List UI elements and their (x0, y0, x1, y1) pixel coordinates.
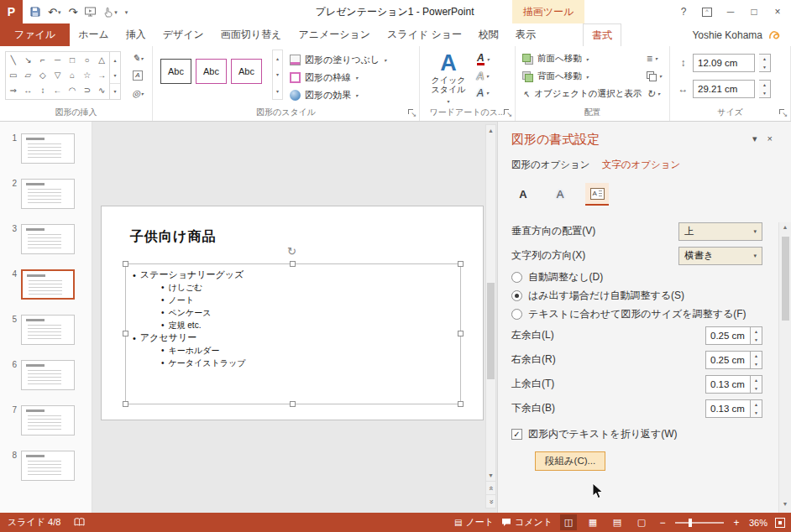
undo-button[interactable]: ↶▾ (48, 7, 60, 18)
selection-pane-button[interactable]: ↖オブジェクトの選択と表示 (522, 86, 642, 102)
spin-up-button[interactable]: ▲ (751, 376, 762, 384)
group-objects-button[interactable]: ▾ (647, 69, 662, 83)
slide-thumbnail[interactable]: 5 (8, 315, 92, 345)
rotation-handle[interactable]: ↻ (287, 245, 296, 258)
tab-home[interactable]: ホーム (70, 23, 118, 46)
zoom-in-button[interactable]: + (731, 517, 741, 529)
spin-up-button[interactable]: ▲ (751, 352, 762, 360)
bring-forward-button[interactable]: 前面へ移動▾ (522, 51, 642, 66)
slide-title[interactable]: 子供向け商品 (130, 228, 216, 246)
chevron-down-icon[interactable]: ▾ (58, 9, 61, 15)
shape-icon[interactable]: ▭ (6, 67, 21, 82)
shape-icon[interactable]: ↕ (35, 82, 50, 97)
width-spin-up-button[interactable]: ▲ (759, 81, 770, 89)
slide-indicator[interactable]: スライド 4/8 (8, 516, 60, 529)
shape-icon[interactable]: ↘ (21, 52, 36, 67)
slide-sorter-button[interactable]: ▦ (584, 514, 601, 530)
radio-resize-shape-to-fit[interactable]: テキストに合わせて図形のサイズを調整する(F) (511, 305, 762, 323)
shape-style-preset[interactable]: Abc (231, 59, 262, 84)
pane-scroll-up-button[interactable]: ▲ (783, 224, 788, 234)
spin-up-button[interactable]: ▲ (751, 327, 762, 336)
maximize-button[interactable]: □ (742, 2, 766, 22)
align-button[interactable]: ≡▾ (647, 51, 662, 65)
tab-format[interactable]: 書式 (583, 23, 621, 46)
touch-mode-button[interactable]: ▾ (103, 7, 118, 18)
styles-more-button[interactable]: ▾ (273, 83, 282, 99)
resize-handle[interactable] (123, 331, 128, 336)
tab-view[interactable]: 表示 (507, 23, 544, 46)
resize-handle[interactable] (290, 401, 296, 407)
shape-icon[interactable]: ─ (50, 52, 65, 67)
merge-shapes-button[interactable]: ◎▾ (126, 86, 149, 101)
spin-down-button[interactable]: ▼ (751, 360, 762, 368)
powerpoint-logo-icon[interactable]: P (0, 0, 23, 23)
shapes-gallery[interactable]: ╲ ↘ ⌐ ─ □ ○ △ ▭ ▱ ◇ ▽ ⌂ ☆ → ⇒ ↔ ↕ (5, 51, 121, 100)
selected-text-box[interactable]: ↻ ステーショナリーグッズ けしごむ ノート ペンケース 定規 etc. アクセ… (125, 263, 461, 404)
wrap-text-checkbox[interactable]: ✓ 図形内でテキストを折り返す(W) (511, 422, 762, 446)
edit-shape-button[interactable]: ✎▾ (126, 50, 149, 65)
pane-scrollbar[interactable]: ▲ ▼ (778, 222, 791, 513)
resize-handle[interactable] (290, 261, 296, 267)
tab-transitions[interactable]: 画面切り替え (212, 23, 291, 46)
save-button[interactable] (30, 7, 40, 17)
redo-button[interactable]: ↷ (68, 7, 77, 18)
resize-handle[interactable] (123, 401, 128, 407)
resize-handle[interactable] (458, 331, 464, 336)
notes-button[interactable]: ▤ノート (454, 516, 494, 529)
shape-icon[interactable]: ╲ (6, 52, 21, 67)
shape-icon[interactable]: ◠ (65, 82, 80, 97)
text-box-button[interactable]: A (126, 68, 149, 83)
gallery-scroll-down-button[interactable]: ▾ (110, 67, 120, 82)
pane-scroll-down-button[interactable]: ▼ (783, 501, 788, 511)
scrollbar-track[interactable] (486, 136, 495, 470)
radio-shrink-on-overflow[interactable]: はみ出す場合だけ自動調整する(S) (511, 286, 762, 305)
shape-icon[interactable]: ⇒ (6, 82, 21, 97)
shape-width-input[interactable]: 29.21 cm (693, 80, 755, 98)
tab-slideshow[interactable]: スライド ショー (379, 23, 470, 46)
resize-handle[interactable] (458, 261, 464, 267)
zoom-level[interactable]: 36% (749, 518, 767, 528)
left-margin-input[interactable]: 0.25 cm (705, 326, 751, 345)
scroll-down-button[interactable]: ▼ (488, 470, 494, 481)
slide-thumbnail-selected[interactable]: 4 (8, 269, 92, 300)
zoom-out-button[interactable]: − (657, 517, 668, 529)
reading-view-button[interactable]: ▤ (609, 514, 626, 530)
spin-down-button[interactable]: ▼ (751, 384, 762, 393)
text-direction-dropdown[interactable]: 横書き▾ (678, 247, 762, 265)
slide-thumbnail[interactable]: 7 (8, 405, 92, 436)
tab-file[interactable]: ファイル (0, 23, 70, 46)
shape-height-input[interactable]: 12.09 cm (693, 54, 755, 72)
spin-down-button[interactable]: ▼ (751, 409, 762, 417)
tab-design[interactable]: デザイン (155, 23, 212, 46)
shape-icon[interactable]: ⊃ (80, 82, 95, 97)
slide-thumbnail[interactable]: 6 (8, 360, 92, 390)
tab-review[interactable]: 校閲 (470, 23, 507, 46)
rotate-button[interactable]: ↻▾ (647, 86, 662, 101)
vertical-scrollbar[interactable]: ▲ ▼ « « (485, 124, 496, 509)
shape-icon[interactable]: ↔ (21, 82, 36, 97)
right-margin-input[interactable]: 0.25 cm (705, 351, 751, 369)
tab-insert[interactable]: 挿入 (118, 23, 155, 46)
height-spin-down-button[interactable]: ▼ (759, 63, 770, 71)
close-button[interactable]: × (766, 2, 789, 22)
shape-icon[interactable]: ☆ (80, 67, 95, 82)
next-slide-button[interactable]: « (486, 494, 495, 508)
spin-down-button[interactable]: ▼ (751, 336, 762, 344)
bottom-margin-input[interactable]: 0.13 cm (705, 399, 751, 418)
quick-styles-button[interactable]: A クイック スタイル ▾ (426, 50, 471, 106)
zoom-slider[interactable] (675, 522, 724, 524)
spell-check-icon[interactable] (74, 518, 85, 527)
send-backward-button[interactable]: 背面へ移動▾ (522, 69, 642, 84)
slide-thumbnail[interactable]: 1 (8, 133, 92, 164)
shape-icon[interactable]: □ (65, 52, 80, 67)
slide-thumbnail[interactable]: 2 (8, 179, 92, 209)
shape-icon[interactable]: △ (94, 52, 109, 67)
tab-text-options[interactable]: 文字のオプション (602, 159, 681, 171)
shape-style-preset[interactable]: Abc (160, 59, 191, 84)
columns-button[interactable]: 段組み(C)... (535, 451, 605, 471)
shape-icon[interactable]: ◇ (35, 67, 50, 82)
tab-shape-options[interactable]: 図形のオプション (511, 159, 590, 171)
shape-icon[interactable]: ← (50, 82, 65, 97)
styles-scroll-up-button[interactable]: ▴ (273, 50, 282, 66)
pane-options-button[interactable]: ▾ (752, 133, 757, 144)
